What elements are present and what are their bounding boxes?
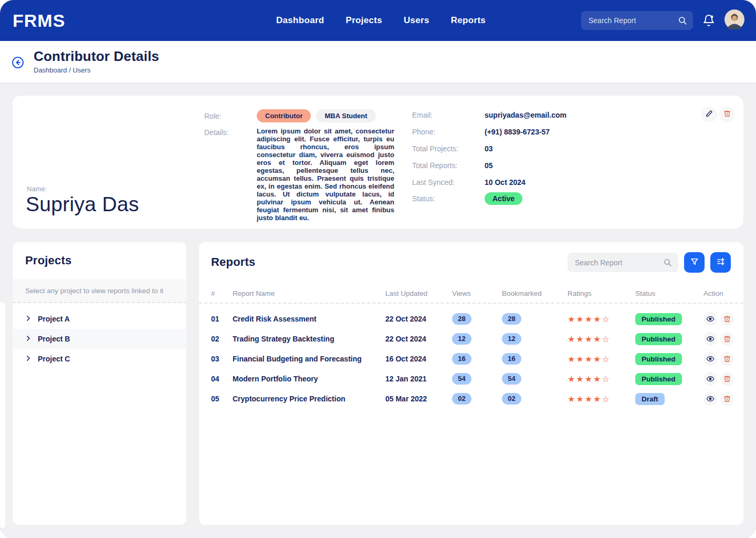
- col-num: #: [211, 289, 233, 297]
- views-badge: 02: [452, 393, 471, 405]
- left-scroll-strip: [0, 302, 5, 528]
- table-row: 02 Trading Strategy Backtesting 22 Oct 2…: [199, 329, 743, 349]
- table-row: 05 Cryptocurrency Price Prediction 05 Ma…: [199, 389, 743, 409]
- search-icon[interactable]: [678, 16, 687, 27]
- email-label: Email:: [412, 111, 485, 119]
- reports-panel: Reports # Report Name Last Updated Views…: [199, 242, 743, 525]
- reports-title: Reports: [211, 255, 256, 269]
- report-updated: 16 Oct 2024: [385, 355, 452, 363]
- report-num: 01: [211, 315, 233, 323]
- nav-item-projects[interactable]: Projects: [346, 15, 383, 26]
- report-updated: 05 Mar 2022: [385, 395, 452, 403]
- delete-contributor-button[interactable]: [719, 107, 735, 122]
- status-badge: Published: [635, 333, 682, 345]
- status-badge: Published: [635, 313, 682, 325]
- view-report-button[interactable]: [704, 332, 717, 346]
- report-num: 03: [211, 355, 233, 363]
- nav-search-input[interactable]: [581, 11, 693, 30]
- report-num: 02: [211, 335, 233, 343]
- report-name-link[interactable]: Modern Portfolio Theory: [233, 375, 385, 383]
- sort-button[interactable]: [710, 252, 731, 273]
- report-num: 04: [211, 375, 233, 383]
- table-row: 04 Modern Portfolio Theory 12 Jan 2021 5…: [199, 369, 743, 389]
- last-synced-value: 10 Oct 2024: [485, 178, 526, 187]
- top-nav: FRMS Dashboard Projects Users Reports: [0, 0, 756, 41]
- view-report-button[interactable]: [704, 352, 717, 366]
- project-item-c[interactable]: Project C: [13, 349, 186, 369]
- field-status: Status: Active: [412, 192, 522, 205]
- breadcrumb: Dashboard / Users: [34, 66, 90, 74]
- filter-button[interactable]: [684, 252, 705, 273]
- name-label: Name:: [27, 185, 47, 193]
- pencil-icon: [706, 110, 713, 119]
- phone-label: Phone:: [412, 128, 485, 136]
- col-views: Views: [452, 289, 502, 297]
- sort-icon: [716, 257, 726, 268]
- delete-report-button[interactable]: [720, 312, 734, 326]
- delete-report-button[interactable]: [720, 332, 734, 346]
- col-ratings: Ratings: [568, 289, 635, 297]
- view-report-button[interactable]: [704, 372, 717, 386]
- page-header: Contributor Details Dashboard / Users: [0, 41, 756, 82]
- report-num: 05: [211, 395, 233, 403]
- status-label: Status:: [412, 194, 485, 203]
- view-report-button[interactable]: [704, 312, 717, 326]
- trash-icon: [723, 315, 731, 323]
- page: FRMS Dashboard Projects Users Reports: [0, 0, 756, 538]
- bell-icon[interactable]: [702, 14, 715, 27]
- report-name-link[interactable]: Cryptocurrency Price Prediction: [233, 395, 385, 403]
- nav-menu: Dashboard Projects Users Reports: [276, 15, 486, 26]
- chevron-right-icon: [25, 334, 32, 344]
- project-label: Project B: [38, 335, 70, 343]
- bookmarked-badge: 54: [502, 373, 521, 385]
- rating-stars: ★★★★☆: [568, 394, 635, 404]
- report-updated: 22 Oct 2024: [385, 335, 452, 343]
- rating-stars: ★★★★☆: [568, 354, 635, 364]
- report-updated: 12 Jan 2021: [385, 375, 452, 383]
- eye-icon: [706, 315, 715, 323]
- reports-table-body: 01 Credit Risk Assessment 22 Oct 2024 28…: [199, 309, 743, 409]
- nav-item-dashboard[interactable]: Dashboard: [276, 15, 324, 26]
- nav-item-users[interactable]: Users: [404, 15, 429, 26]
- field-last-synced: Last Synced: 10 Oct 2024: [412, 177, 526, 188]
- rating-stars: ★★★★☆: [568, 374, 635, 384]
- status-badge: Published: [635, 353, 682, 365]
- chevron-right-icon: [25, 354, 32, 364]
- delete-report-button[interactable]: [720, 392, 734, 406]
- profile-card: Name: Supriya Das Role: Contributor MBA …: [13, 96, 743, 229]
- chevron-right-icon: [25, 314, 32, 324]
- rating-stars: ★★★★☆: [568, 334, 635, 344]
- contributor-name: Supriya Das: [26, 193, 139, 216]
- col-last-updated: Last Updated: [385, 289, 452, 297]
- report-name-link[interactable]: Financial Budgeting and Forecasting: [233, 355, 385, 363]
- eye-icon: [706, 395, 715, 403]
- search-icon[interactable]: [663, 258, 672, 269]
- projects-panel: Projects Select any project to view repo…: [13, 242, 186, 525]
- report-name-link[interactable]: Credit Risk Assessment: [233, 315, 385, 323]
- project-item-b[interactable]: Project B: [13, 329, 186, 349]
- reports-search-input[interactable]: [568, 253, 678, 272]
- table-row: 03 Financial Budgeting and Forecasting 1…: [199, 349, 743, 369]
- last-synced-label: Last Synced:: [412, 178, 485, 187]
- total-projects-label: Total Projects:: [412, 144, 485, 153]
- active-status-badge: Active: [485, 192, 522, 205]
- project-item-a[interactable]: Project A: [13, 309, 186, 329]
- trash-icon: [723, 355, 731, 363]
- nav-right-cluster: [581, 9, 744, 32]
- nav-item-reports[interactable]: Reports: [451, 15, 486, 26]
- report-name-link[interactable]: Trading Strategy Backtesting: [233, 335, 385, 343]
- avatar[interactable]: [724, 9, 744, 32]
- reports-table-header: # Report Name Last Updated Views Bookmar…: [199, 284, 743, 304]
- views-badge: 12: [452, 333, 471, 345]
- view-report-button[interactable]: [704, 392, 717, 406]
- edit-contributor-button[interactable]: [701, 107, 717, 122]
- delete-report-button[interactable]: [720, 352, 734, 366]
- funnel-icon: [690, 257, 699, 268]
- back-icon[interactable]: [12, 56, 24, 69]
- trash-icon: [723, 395, 731, 402]
- delete-report-button[interactable]: [720, 372, 734, 386]
- projects-title: Projects: [25, 254, 71, 267]
- total-reports-label: Total Reports:: [412, 161, 485, 170]
- col-report-name: Report Name: [233, 289, 385, 297]
- role-tag-mba-student: MBA Student: [316, 109, 375, 122]
